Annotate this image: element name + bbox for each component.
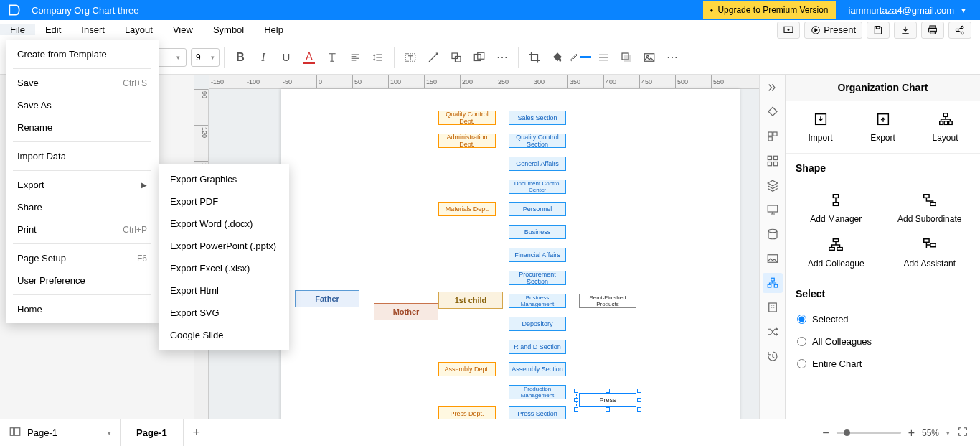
node-doc-ctl[interactable]: Document Control Center [509, 180, 566, 194]
node-admin-dept[interactable]: Administration Dept. [438, 134, 496, 148]
radio-colleagues[interactable]: All Colleagues [786, 330, 980, 353]
page-selector[interactable]: Page-1▾ [27, 427, 111, 438]
menu-edit[interactable]: Edit [35, 24, 71, 35]
crop-icon[interactable] [523, 46, 546, 69]
format-icon[interactable] [763, 126, 783, 147]
menu-save-as[interactable]: Save As [6, 94, 159, 116]
menu-save[interactable]: SaveCtrl+S [6, 72, 159, 94]
node-materials-dept[interactable]: Materials Dept. [438, 202, 496, 216]
user-menu[interactable]: iammurtaza4@gmail.com ▼ [836, 5, 980, 16]
add-colleague-button[interactable]: Add Colleague [791, 237, 881, 269]
more-icon[interactable]: ⋯ [661, 46, 684, 69]
underline-icon[interactable]: U [275, 46, 298, 69]
export-pdf[interactable]: Export PDF [159, 190, 289, 213]
fill-icon[interactable] [546, 46, 569, 69]
font-size-select[interactable]: 9▾ [191, 48, 220, 67]
line-style-icon[interactable] [592, 46, 615, 69]
node-rd-sec[interactable]: R and D Section [509, 340, 566, 354]
node-personnel[interactable]: Personnel [509, 202, 566, 216]
more-shapes-icon[interactable]: ⋯ [491, 46, 514, 69]
line-color-icon[interactable] [569, 46, 592, 69]
save-icon[interactable] [867, 22, 890, 39]
radio-entire[interactable]: Entire Chart [786, 353, 980, 375]
menu-page-setup[interactable]: Page SetupF6 [6, 247, 159, 269]
node-prod-mgmt[interactable]: Production Management [509, 385, 566, 399]
style-icon[interactable] [763, 102, 783, 122]
node-press-selected[interactable]: Press [579, 393, 636, 407]
node-semi-fin[interactable]: Semi-Finished Products [579, 294, 636, 308]
pages-icon[interactable] [9, 425, 22, 441]
bold-icon[interactable]: B [229, 46, 252, 69]
add-subordinate-button[interactable]: Add Subordinate [885, 192, 975, 224]
print-icon[interactable] [921, 22, 944, 39]
building-icon[interactable] [763, 297, 783, 317]
orgchart-icon[interactable] [763, 273, 783, 293]
page-tab-1[interactable]: Page-1 [121, 419, 184, 446]
image-icon[interactable] [638, 46, 661, 69]
document-title[interactable]: Company Org Chart three [29, 5, 703, 16]
add-assistant-button[interactable]: Add Assistant [885, 237, 975, 269]
node-asm-sec[interactable]: Assembly Section [509, 362, 566, 376]
menu-view[interactable]: View [163, 24, 203, 35]
upgrade-button[interactable]: Upgrade to Premium Version [703, 1, 836, 19]
download-icon[interactable] [894, 22, 917, 39]
shuffle-icon[interactable] [763, 322, 783, 342]
history-icon[interactable] [763, 346, 783, 366]
connector-icon[interactable] [422, 46, 445, 69]
layers-icon[interactable] [763, 175, 783, 195]
node-assembly-dept[interactable]: Assembly Dept. [438, 362, 496, 376]
node-press-dept[interactable]: Press Dept. [438, 406, 496, 419]
menu-export[interactable]: Export▶ [6, 174, 159, 196]
grid-icon[interactable] [763, 151, 783, 171]
menu-print[interactable]: PrintCtrl+P [6, 218, 159, 241]
export-ppt[interactable]: Export PowerPoint (.pptx) [159, 235, 289, 257]
page-surface[interactable]: Father Mother 1st child Quality Control … [281, 89, 740, 419]
export-button[interactable]: Export [854, 111, 912, 143]
layout-button[interactable]: Layout [916, 111, 974, 143]
data-icon[interactable] [763, 224, 783, 244]
node-gen-aff[interactable]: General Affairs [509, 157, 566, 171]
italic-icon[interactable]: I [252, 46, 275, 69]
node-father[interactable]: Father [295, 290, 359, 307]
zoom-in-icon[interactable]: + [908, 427, 915, 440]
export-word[interactable]: Export Word (.docx) [159, 213, 289, 235]
node-biz-mgmt[interactable]: Business Management [509, 294, 566, 308]
node-proc-sec[interactable]: Procurement Section [509, 271, 566, 285]
zoom-out-icon[interactable]: − [822, 427, 829, 440]
export-html[interactable]: Export Html [159, 279, 289, 302]
menu-help[interactable]: Help [254, 24, 293, 35]
share-icon[interactable] [948, 22, 971, 39]
menu-insert[interactable]: Insert [71, 24, 115, 35]
radio-selected[interactable]: Selected [786, 308, 980, 330]
present-button[interactable]: Present [804, 22, 862, 39]
align-icon[interactable] [344, 46, 367, 69]
menu-import-data[interactable]: Import Data [6, 145, 159, 167]
node-press-sec[interactable]: Press Section [509, 406, 566, 419]
import-button[interactable]: Import [791, 111, 849, 143]
picture-icon[interactable] [763, 248, 783, 269]
export-graphics[interactable]: Export Graphics [159, 168, 289, 190]
present-side-icon[interactable] [763, 200, 783, 220]
menu-symbol[interactable]: Symbol [203, 24, 254, 35]
export-excel[interactable]: Export Excel (.xlsx) [159, 257, 289, 279]
line-spacing-icon[interactable] [367, 46, 390, 69]
node-mother[interactable]: Mother [374, 303, 438, 320]
expand-icon[interactable] [763, 78, 783, 98]
export-gslide[interactable]: Google Slide [159, 324, 289, 346]
font-color-icon[interactable]: A [298, 46, 321, 69]
shape-icon[interactable] [445, 46, 468, 69]
text-box-icon[interactable] [399, 46, 422, 69]
node-fin-aff[interactable]: Financial Affairs [509, 248, 566, 262]
node-business[interactable]: Business [509, 225, 566, 239]
node-qc-dept[interactable]: Quality Control Dept. [438, 111, 496, 125]
node-qc-sec[interactable]: Quality Control Section [509, 134, 566, 148]
menu-rename[interactable]: Rename [6, 116, 159, 139]
node-depository[interactable]: Depository [509, 317, 566, 331]
shape2-icon[interactable] [468, 46, 491, 69]
add-manager-button[interactable]: Add Manager [791, 192, 881, 224]
add-page-button[interactable]: + [184, 425, 209, 440]
slideshow-icon[interactable] [777, 22, 800, 39]
menu-share[interactable]: Share [6, 196, 159, 218]
node-sales-sec[interactable]: Sales Section [509, 111, 566, 125]
menu-file[interactable]: File [0, 24, 35, 35]
